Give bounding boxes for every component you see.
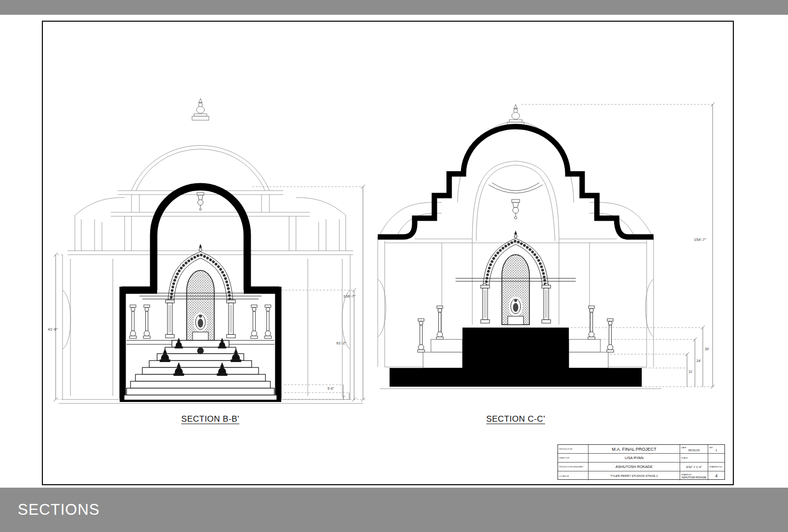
director-label: DIRECTOR — [559, 457, 587, 459]
designer-value: ASHUTOSH ROKADE — [590, 465, 679, 469]
drawing-sheet: 106'-7" 61'-2" 41'-6" 5'-6" 7" — [42, 21, 734, 485]
ceiling-pendant — [489, 183, 543, 219]
shrine — [127, 244, 274, 344]
empty-cell — [708, 454, 724, 463]
dome-finial — [507, 104, 524, 126]
arch-pendant — [197, 193, 204, 210]
director-value: LISA RYAN — [590, 456, 679, 460]
section-cc-drawing: 154'-7" 30' 24' 11' — [368, 78, 722, 411]
production-value-cell: M.A. FINAL PROJECT — [589, 445, 680, 454]
production-value: M.A. FINAL PROJECT — [590, 447, 679, 452]
production-label-cell: PRODUCTION — [558, 445, 589, 454]
production-label: PRODUCTION — [559, 448, 587, 450]
section-bb-drawing: 106'-7" 61'-2" 41'-6" 5'-6" 7" — [48, 78, 373, 411]
drawing-no-value: 4 — [709, 473, 723, 478]
dim-label-total-right: 154'-7" — [694, 237, 706, 242]
dim-label-height-left: 41'-6" — [48, 327, 58, 332]
dim-label-interior-left: 61'-2" — [336, 341, 347, 345]
footer-title: SECTIONS — [18, 501, 99, 519]
top-banner — [0, 0, 788, 15]
scale-label-cell: SCALE — [680, 454, 708, 463]
location-label-cell: LOCATION — [558, 471, 589, 480]
shrine-steps — [124, 338, 277, 400]
scale-value: 3/32" = 1'-0" — [681, 466, 707, 468]
drawing-no-label: DRAWING NO. — [709, 466, 723, 468]
bottom-banner: SECTIONS — [0, 488, 788, 532]
scale-label: SCALE — [681, 457, 707, 459]
dome-finial — [192, 99, 209, 120]
dim-label-30: 30' — [705, 347, 709, 351]
date-cell: DATE 05/31/23 — [680, 445, 708, 454]
cut-roof-profile — [378, 127, 654, 237]
title-block: PRODUCTION M.A. FINAL PROJECT DATE 05/31… — [558, 444, 725, 480]
location-value: TYLER PERRY STUDIOS STAGE 1 — [590, 474, 679, 477]
dim-label-small2: 7" — [342, 396, 346, 399]
section-bb-label: SECTION B-B' — [156, 414, 264, 424]
dim-label-total-left: 106'-7" — [343, 294, 356, 299]
designer-label-cell: PRODUCTION DESIGNER — [558, 463, 589, 471]
set-cell: SET 1 — [708, 445, 724, 454]
designer-value-cell: ASHUTOSH ROKADE — [589, 463, 680, 471]
drawn-by-value: ASHUTOSH ROKADE — [681, 476, 707, 479]
dim-label-small1: 5'-6" — [328, 387, 334, 390]
date-value: 05/31/23 — [681, 449, 707, 452]
scale-value-cell: 3/32" = 1'-0" — [680, 463, 708, 471]
designer-label: PRODUCTION DESIGNER — [559, 466, 587, 468]
drawn-by-cell: DRAWN BY ASHUTOSH ROKADE — [680, 471, 708, 480]
set-value: 1 — [709, 449, 723, 452]
drawing-no-label-cell: DRAWING NO. — [708, 463, 724, 471]
dim-label-11: 11' — [689, 370, 693, 373]
director-value-cell: LISA RYAN — [589, 454, 680, 463]
dim-label-24: 24' — [696, 359, 701, 363]
section-cc-label: SECTION C-C' — [461, 414, 570, 424]
location-label: LOCATION — [559, 475, 587, 477]
director-label-cell: DIRECTOR — [558, 454, 589, 463]
drawing-no-value-cell: 4 — [708, 471, 724, 480]
location-value-cell: TYLER PERRY STUDIOS STAGE 1 — [589, 471, 680, 480]
